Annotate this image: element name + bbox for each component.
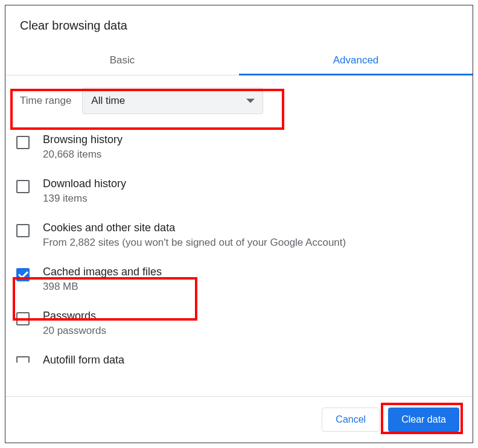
item-sub: 20 passwords [43,325,106,337]
time-range-row: Time range All time [10,82,468,120]
item-download-history: Download history 139 items [5,169,473,213]
item-title: Autofill form data [43,354,124,366]
item-passwords: Passwords 20 passwords [5,301,473,345]
item-text: Browsing history 20,668 items [43,133,123,161]
item-text: Cached images and files 398 MB [43,266,162,293]
content-scroll-area[interactable]: Time range All time Browsing history 20,… [5,75,473,396]
clear-data-button[interactable]: Clear data [388,408,459,432]
dialog-footer: Cancel Clear data [5,396,473,443]
item-sub: From 2,882 sites (you won't be signed ou… [43,237,346,249]
checkbox-autofill[interactable] [16,356,30,363]
tab-bar: Basic Advanced [5,46,473,75]
item-text: Download history 139 items [43,178,126,205]
dialog-title: Clear browsing data [5,5,473,46]
item-sub: 20,668 items [43,149,123,161]
item-title: Browsing history [43,133,123,146]
cancel-button[interactable]: Cancel [322,408,380,432]
time-range-label: Time range [16,95,71,107]
time-range-select[interactable]: All time [82,88,263,114]
checkbox-cached[interactable] [16,268,30,281]
item-sub: 139 items [43,193,126,205]
item-cached: Cached images and files 398 MB [5,257,473,301]
checkbox-download-history[interactable] [16,180,30,193]
item-title: Cached images and files [43,266,162,278]
dropdown-caret-icon [246,99,255,103]
item-cookies: Cookies and other site data From 2,882 s… [5,213,473,257]
time-range-value[interactable]: All time [82,88,263,114]
item-title: Download history [43,178,126,190]
item-autofill: Autofill form data [5,345,473,375]
checkbox-cookies[interactable] [16,224,30,237]
clear-browsing-data-dialog: Clear browsing data Basic Advanced Time … [5,5,473,443]
tab-basic[interactable]: Basic [5,46,239,75]
item-title: Cookies and other site data [43,222,346,234]
item-text: Passwords 20 passwords [43,310,106,337]
item-text: Autofill form data [43,354,124,366]
item-title: Passwords [43,310,106,322]
item-sub: 398 MB [43,281,162,293]
checkbox-passwords[interactable] [16,312,30,325]
item-text: Cookies and other site data From 2,882 s… [43,222,346,249]
checkbox-browsing-history[interactable] [16,136,30,149]
tab-advanced[interactable]: Advanced [239,46,473,75]
item-browsing-history: Browsing history 20,668 items [5,125,473,169]
